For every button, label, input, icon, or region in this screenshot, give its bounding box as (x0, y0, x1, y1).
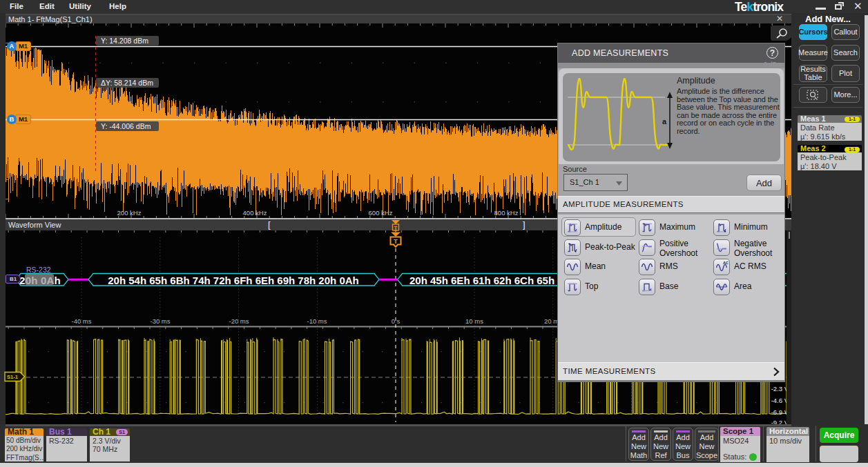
svg-text:a: a (662, 117, 667, 126)
svg-text:AC: AC (723, 261, 729, 265)
svg-text:S1-1: S1-1 (7, 374, 18, 380)
svg-text:T: T (394, 237, 398, 245)
svg-text:T: T (394, 225, 398, 231)
